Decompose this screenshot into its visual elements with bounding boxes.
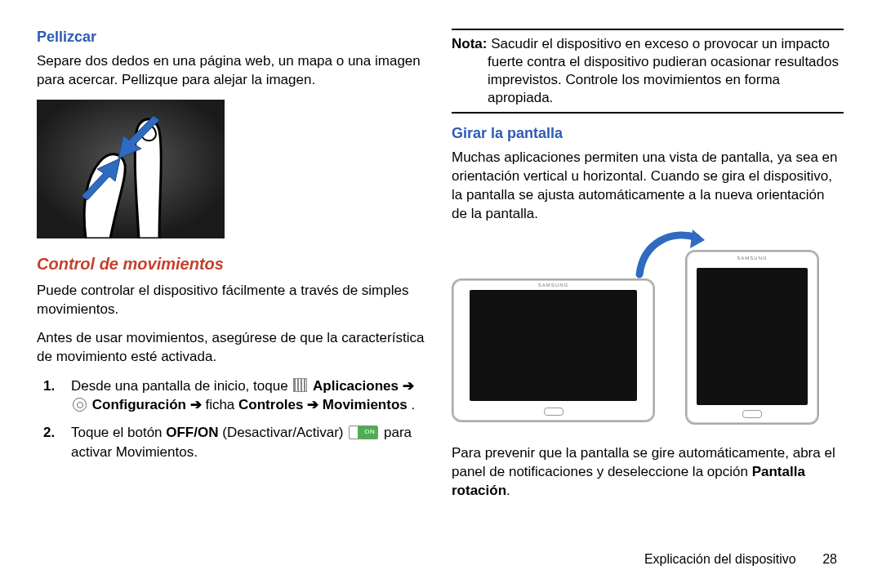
rotate-illustration: SAMSUNG SAMSUNG xyxy=(452,234,827,430)
right-column: Nota: Sacudir el dispositivo en exceso o… xyxy=(452,29,844,510)
paragraph-control-1: Puede controlar el dispositivo fácilment… xyxy=(37,282,429,319)
heading-control-movimientos: Control de movimientos xyxy=(37,255,429,274)
tablet-screen xyxy=(697,268,808,405)
tablet-brand-label: SAMSUNG xyxy=(687,256,817,261)
nota-text: Sacudir el dispositivo en exceso o provo… xyxy=(487,36,839,105)
on-toggle-icon xyxy=(349,425,378,439)
step-2-body: Toque el botón OFF/ON (Desactivar/Activa… xyxy=(71,423,429,462)
text: ficha xyxy=(205,397,234,412)
text: Toque el botón xyxy=(71,425,166,440)
paragraph-girar: Muchas aplicaciones permiten una vista d… xyxy=(452,149,844,224)
nota-block: Nota: Sacudir el dispositivo en exceso o… xyxy=(452,29,844,114)
text: Desde una pantalla de inicio, toque xyxy=(71,378,292,394)
apps-icon xyxy=(293,378,307,392)
home-button-icon xyxy=(544,408,564,416)
tablet-portrait: SAMSUNG xyxy=(685,250,819,425)
footer-section-name: Explicación del dispositivo xyxy=(644,552,796,566)
heading-pellizcar: Pellizcar xyxy=(37,29,429,46)
label-offon: OFF/ON xyxy=(166,425,218,440)
text: . xyxy=(411,397,415,412)
step-1: 1. Desde una pantalla de inicio, toque A… xyxy=(37,376,429,416)
paragraph-control-2: Antes de usar movimientos, asegúrese de … xyxy=(37,329,429,367)
text: (Desactivar/Activar) xyxy=(222,425,347,440)
label-controles-movimientos: Controles ➔ Movimientos xyxy=(238,397,408,412)
tablet-screen xyxy=(470,290,637,401)
paragraph-prevenir: Para prevenir que la pantalla se gire au… xyxy=(452,444,844,501)
svg-rect-1 xyxy=(37,100,225,238)
paragraph-pellizcar: Separe dos dedos en una página web, un m… xyxy=(37,52,429,90)
home-button-icon xyxy=(742,410,762,418)
text: . xyxy=(506,483,510,498)
nota-label: Nota: xyxy=(452,36,487,51)
tablet-brand-label: SAMSUNG xyxy=(453,283,653,287)
label-configuracion: Configuración ➔ xyxy=(92,397,206,412)
step-2: 2. Toque el botón OFF/ON (Desactivar/Act… xyxy=(37,423,429,462)
tablet-landscape: SAMSUNG xyxy=(452,278,655,422)
heading-girar: Girar la pantalla xyxy=(452,125,844,142)
left-column: Pellizcar Separe dos dedos en una página… xyxy=(37,29,429,510)
settings-icon xyxy=(73,398,87,412)
pinch-illustration xyxy=(37,100,225,238)
page-footer: Explicación del dispositivo 28 xyxy=(644,552,837,567)
step-number: 2. xyxy=(37,423,71,462)
step-1-body: Desde una pantalla de inicio, toque Apli… xyxy=(71,376,429,416)
page-number: 28 xyxy=(822,552,837,566)
steps-list: 1. Desde una pantalla de inicio, toque A… xyxy=(37,376,429,462)
step-number: 1. xyxy=(37,376,71,416)
label-aplicaciones: Aplicaciones ➔ xyxy=(313,378,414,394)
